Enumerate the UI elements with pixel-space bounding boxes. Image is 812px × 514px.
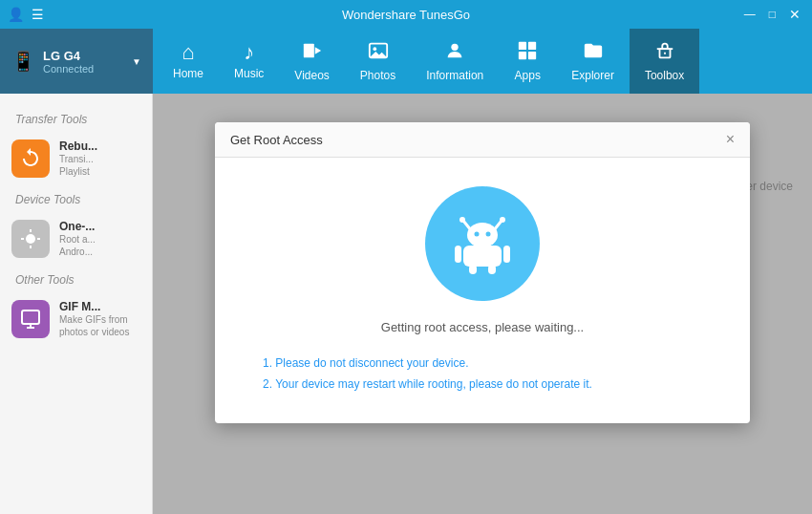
notice-text-1: 1. Please do not disconnect your device. bbox=[263, 356, 468, 370]
nav-label-home: Home bbox=[173, 67, 203, 80]
svg-point-20 bbox=[467, 223, 498, 247]
information-icon bbox=[444, 40, 465, 65]
one-text: One-... Root a...Andro... bbox=[59, 220, 140, 258]
notice-text-2: 2. Your device may restart while rooting… bbox=[263, 377, 592, 391]
svg-rect-13 bbox=[22, 311, 39, 324]
gif-text: GIF M... Make GIFs from photos or videos bbox=[59, 300, 140, 338]
modal-root-access: Get Root Access × bbox=[215, 122, 750, 423]
one-desc: Root a...Andro... bbox=[59, 233, 140, 258]
device-info: LG G4 Connected bbox=[43, 49, 124, 75]
app-title: Wondershare TunesGo bbox=[342, 8, 470, 22]
nav-label-videos: Videos bbox=[294, 69, 329, 82]
maximize-button[interactable]: □ bbox=[765, 7, 780, 22]
section-title-transfer: Transfer Tools bbox=[0, 105, 152, 132]
one-icon bbox=[11, 220, 50, 258]
close-button[interactable]: ✕ bbox=[785, 6, 804, 23]
nav-label-information: Information bbox=[426, 69, 483, 82]
window-left-controls: 👤 ☰ bbox=[8, 7, 44, 22]
section-title-device: Device Tools bbox=[0, 185, 152, 212]
main-content: to other device Get Root Access × bbox=[153, 94, 812, 514]
music-icon: ♪ bbox=[244, 42, 254, 63]
nav-item-explorer[interactable]: Explorer bbox=[556, 29, 630, 94]
device-dropdown-arrow[interactable]: ▼ bbox=[132, 56, 141, 67]
user-icon[interactable]: 👤 bbox=[8, 7, 24, 22]
rebu-desc: Transi...Playlist bbox=[59, 153, 140, 178]
videos-icon bbox=[302, 40, 323, 65]
nav-label-toolbox: Toolbox bbox=[645, 69, 684, 82]
title-bar: 👤 ☰ Wondershare TunesGo — □ ✕ bbox=[0, 0, 812, 29]
svg-marker-1 bbox=[314, 47, 320, 54]
rebu-text: Rebu... Transi...Playlist bbox=[59, 139, 140, 178]
explorer-icon bbox=[583, 40, 604, 65]
svg-rect-24 bbox=[455, 246, 461, 263]
android-circle bbox=[425, 186, 540, 301]
modal-body: Getting root access, please waiting... 1… bbox=[215, 158, 750, 423]
svg-rect-7 bbox=[519, 52, 526, 59]
window-controls: — □ ✕ bbox=[740, 0, 804, 29]
tool-item-one[interactable]: One-... Root a...Andro... bbox=[0, 212, 152, 266]
nav-item-home[interactable]: ⌂ Home bbox=[158, 29, 219, 94]
toolbox-panel: Transfer Tools Rebu... Transi...Playlist… bbox=[0, 94, 153, 514]
photos-icon bbox=[368, 40, 389, 65]
nav-item-videos[interactable]: Videos bbox=[279, 29, 344, 94]
svg-rect-25 bbox=[503, 246, 510, 263]
tool-item-rebu[interactable]: Rebu... Transi...Playlist bbox=[0, 132, 152, 185]
nav-item-information[interactable]: Information bbox=[411, 29, 499, 94]
home-icon: ⌂ bbox=[182, 42, 194, 63]
svg-rect-23 bbox=[463, 246, 502, 267]
nav-label-explorer: Explorer bbox=[571, 69, 614, 82]
notice-list: 1. Please do not disconnect your device.… bbox=[253, 353, 592, 395]
nav-label-photos: Photos bbox=[360, 69, 395, 82]
svg-point-19 bbox=[500, 217, 505, 223]
menu-icon[interactable]: ☰ bbox=[32, 7, 44, 22]
gif-icon bbox=[11, 300, 50, 338]
app-container: 👤 ☰ Wondershare TunesGo — □ ✕ 📱 LG G4 Co… bbox=[0, 0, 812, 514]
svg-rect-26 bbox=[469, 265, 477, 274]
svg-rect-8 bbox=[528, 52, 536, 59]
nav-item-apps[interactable]: Apps bbox=[499, 29, 556, 94]
svg-rect-6 bbox=[528, 42, 536, 50]
modal-close-button[interactable]: × bbox=[726, 132, 735, 147]
svg-point-12 bbox=[26, 234, 35, 244]
svg-rect-5 bbox=[519, 42, 526, 50]
svg-point-3 bbox=[373, 47, 376, 51]
one-name: One-... bbox=[59, 220, 140, 233]
gif-name: GIF M... bbox=[59, 300, 140, 313]
nav-item-photos[interactable]: Photos bbox=[345, 29, 411, 94]
modal-overlay: Get Root Access × bbox=[153, 94, 812, 514]
toolbox-icon bbox=[654, 40, 675, 65]
modal-title: Get Root Access bbox=[230, 133, 323, 147]
apps-icon bbox=[517, 40, 538, 65]
nav-item-toolbox[interactable]: Toolbox bbox=[630, 29, 699, 94]
notice-item-1: 1. Please do not disconnect your device. bbox=[263, 353, 592, 375]
minimize-button[interactable]: — bbox=[740, 7, 759, 22]
svg-point-21 bbox=[475, 232, 480, 237]
rebu-icon bbox=[11, 139, 50, 178]
nav-label-music: Music bbox=[234, 67, 264, 80]
svg-point-22 bbox=[486, 232, 491, 237]
svg-rect-0 bbox=[303, 44, 313, 58]
svg-point-17 bbox=[459, 217, 465, 223]
nav-item-music[interactable]: ♪ Music bbox=[219, 29, 279, 94]
status-text: Getting root access, please waiting... bbox=[381, 320, 584, 334]
gif-desc: Make GIFs from photos or videos bbox=[59, 313, 140, 338]
modal-header: Get Root Access × bbox=[215, 122, 750, 158]
notice-item-2: 2. Your device may restart while rooting… bbox=[263, 375, 592, 396]
section-title-other: Other Tools bbox=[0, 266, 152, 292]
rebu-name: Rebu... bbox=[59, 139, 140, 153]
nav-label-apps: Apps bbox=[515, 69, 541, 82]
device-header[interactable]: 📱 LG G4 Connected ▼ bbox=[0, 29, 153, 94]
device-name: LG G4 bbox=[43, 49, 124, 63]
tool-item-gif[interactable]: GIF M... Make GIFs from photos or videos bbox=[0, 292, 152, 346]
device-icon: 📱 bbox=[11, 50, 35, 73]
svg-rect-27 bbox=[488, 265, 496, 274]
device-status: Connected bbox=[43, 63, 124, 75]
svg-point-4 bbox=[452, 44, 459, 51]
